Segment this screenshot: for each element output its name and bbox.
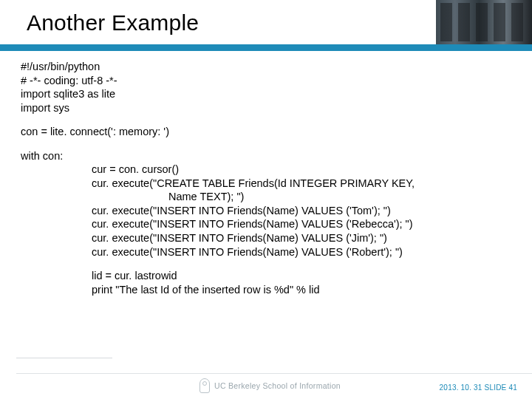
code-line: lid = cur. lastrowid (21, 269, 177, 283)
code-line: con = lite. connect(': memory: ') (21, 126, 169, 137)
code-line: import sys (21, 102, 69, 114)
code-line: cur. execute("INSERT INTO Friends(Name) … (21, 217, 413, 231)
code-line: #!/usr/bin/python (21, 61, 100, 72)
code-block-1: #!/usr/bin/python # -*- coding: utf-8 -*… (21, 60, 516, 115)
accent-bar (0, 44, 532, 51)
code-content: #!/usr/bin/python # -*- coding: utf-8 -*… (0, 51, 532, 296)
code-line: cur. execute("INSERT INTO Friends(Name) … (21, 204, 391, 218)
brand-text: UC Berkeley School of Information (214, 381, 341, 390)
berkeley-logo-icon (200, 378, 210, 393)
code-line: # -*- coding: utf-8 -*- (21, 75, 117, 86)
code-line: import sqlite3 as lite (21, 88, 115, 100)
brand: UC Berkeley School of Information (200, 378, 341, 393)
decorative-photo (436, 0, 532, 44)
code-block-4: lid = cur. lastrowid print "The last Id … (21, 269, 516, 296)
slide: Another Example #!/usr/bin/python # -*- … (0, 0, 532, 399)
small-rule (16, 358, 112, 358)
footer: UC Berkeley School of Information 2013. … (0, 372, 532, 399)
code-block-2: con = lite. connect(': memory: ') (21, 125, 516, 139)
code-line: cur. execute("INSERT INTO Friends(Name) … (21, 231, 387, 245)
code-line: Name TEXT); ") (21, 190, 244, 204)
slide-number: 2013. 10. 31 SLIDE 41 (440, 383, 517, 392)
code-line: cur. execute("INSERT INTO Friends(Name) … (21, 245, 403, 259)
code-block-3: with con: cur = con. cursor() cur. execu… (21, 149, 516, 259)
code-line: with con: (21, 150, 63, 162)
code-line: print "The last Id of the inserted row i… (21, 283, 320, 297)
code-line: cur. execute("CREATE TABLE Friends(Id IN… (21, 177, 415, 191)
code-line: cur = con. cursor() (21, 163, 179, 177)
title-bar: Another Example (0, 0, 532, 44)
